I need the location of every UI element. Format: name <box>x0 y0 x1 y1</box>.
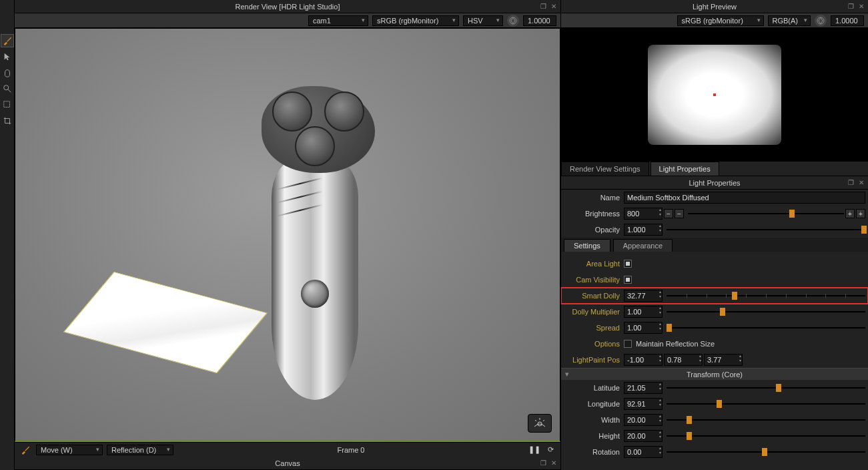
aperture-icon[interactable] <box>507 15 519 27</box>
brightness-input[interactable]: 800 <box>624 208 663 220</box>
canvas-title: Canvas <box>275 459 300 467</box>
chevron-down-icon[interactable]: ▾ <box>565 370 569 379</box>
spread-input[interactable]: 1.00 <box>624 322 663 334</box>
camvis-checkbox[interactable] <box>624 276 632 284</box>
lp-colorspace-dropdown[interactable]: sRGB (rgbMonitor) <box>677 15 764 26</box>
light-preview-toolbar: sRGB (rgbMonitor) RGB(A) 1.0000 <box>561 13 868 28</box>
light-properties-panel: Name Brightness 800 − − + + Opacity 1.00… <box>561 190 868 470</box>
colorspace-dropdown[interactable]: sRGB (rgbMonitor) <box>372 15 459 26</box>
panel-tabs: Render View Settings Light Properties <box>561 162 868 176</box>
label-options: Options <box>564 340 624 348</box>
transform-section-header[interactable]: ▾ Transform (Core) <box>561 368 868 380</box>
row-arealight: Area Light <box>561 256 868 272</box>
render-view-header: Render View [HDR Light Studio] ❐ ✕ <box>15 0 560 13</box>
row-lightpaint: LightPaint Pos -1.00 0.78 3.77 <box>561 352 868 368</box>
light-gizmo[interactable] <box>82 242 269 403</box>
light-preview-header: Light Preview ❐ ✕ <box>561 0 868 13</box>
subtab-settings[interactable]: Settings <box>564 239 610 252</box>
pan-tool-icon[interactable] <box>1 66 14 79</box>
aperture-icon[interactable] <box>815 15 827 27</box>
label-name: Name <box>564 194 624 202</box>
sun-toggle-icon[interactable] <box>528 414 552 433</box>
pause-icon[interactable]: ❚❚ <box>528 444 540 456</box>
longitude-slider[interactable] <box>667 399 865 409</box>
row-dollymult: Dolly Multiplier 1.00 <box>561 304 868 320</box>
zoom-tool-icon[interactable] <box>1 82 14 95</box>
tool-dropdown[interactable]: Move (W) <box>36 445 103 455</box>
scene-object-shaver <box>255 86 382 400</box>
frame-label: Frame 0 <box>177 446 524 454</box>
rotation-slider[interactable] <box>667 447 865 457</box>
brightness-slider[interactable] <box>688 209 844 218</box>
select-tool-icon[interactable] <box>1 50 14 63</box>
latitude-input[interactable]: 21.05 <box>624 382 663 394</box>
label-width: Width <box>564 416 624 424</box>
crop-tool-icon[interactable] <box>1 114 14 128</box>
spread-slider[interactable] <box>667 323 865 332</box>
lpp-y-input[interactable]: 0.78 <box>664 354 703 366</box>
smartdolly-input[interactable]: 32.77 <box>624 290 663 302</box>
row-options: Options Maintain Reflection Size <box>561 336 868 352</box>
restore-icon[interactable]: ❐ <box>847 3 855 11</box>
longitude-input[interactable]: 92.91 <box>624 398 663 410</box>
subtab-appearance[interactable]: Appearance <box>613 239 673 252</box>
render-viewport[interactable] <box>15 28 560 442</box>
render-view-title: Render View [HDR Light Studio] <box>236 3 340 11</box>
latitude-slider[interactable] <box>667 383 865 393</box>
label-longitude: Longitude <box>564 400 624 408</box>
lp-channel-dropdown[interactable]: RGB(A) <box>768 15 811 26</box>
render-view-column: Render View [HDR Light Studio] ❐ ✕ cam1 … <box>15 0 561 470</box>
label-arealight: Area Light <box>564 260 624 268</box>
dollymult-input[interactable]: 1.00 <box>624 306 663 318</box>
region-tool-icon[interactable] <box>1 98 14 111</box>
svg-line-1 <box>7 89 10 92</box>
refresh-icon[interactable]: ⟳ <box>544 444 556 456</box>
lpp-z-input[interactable]: 3.77 <box>704 354 743 366</box>
row-brightness: Brightness 800 − − + + <box>561 206 868 222</box>
close-icon[interactable]: ✕ <box>857 179 865 187</box>
opacity-slider[interactable] <box>667 225 865 234</box>
brush-status-icon[interactable] <box>19 443 32 457</box>
colormodel-dropdown[interactable]: HSV <box>463 15 503 26</box>
camera-dropdown[interactable]: cam1 <box>308 15 368 26</box>
restore-icon[interactable]: ❐ <box>539 3 547 11</box>
width-slider[interactable] <box>667 415 865 425</box>
row-spread: Spread 1.00 <box>561 320 868 336</box>
opacity-input[interactable]: 1.000 <box>624 224 663 236</box>
row-height: Height 20.00 <box>561 428 868 444</box>
maintain-refl-label: Maintain Reflection Size <box>636 340 715 348</box>
height-slider[interactable] <box>667 431 865 441</box>
row-opacity: Opacity 1.000 <box>561 222 868 238</box>
brush-tool-icon[interactable] <box>1 34 14 47</box>
row-latitude: Latitude 21.05 <box>561 380 868 396</box>
tab-light-properties[interactable]: Light Properties <box>650 162 719 176</box>
light-props-header: Light Properties ❐ ✕ <box>561 176 868 190</box>
tab-render-settings[interactable]: Render View Settings <box>561 162 649 176</box>
restore-icon[interactable]: ❐ <box>539 459 547 467</box>
lpp-x-input[interactable]: -1.00 <box>624 354 663 366</box>
close-icon[interactable]: ✕ <box>857 3 865 11</box>
lp-exposure-input[interactable]: 1.0000 <box>831 15 864 26</box>
height-input[interactable]: 20.00 <box>624 430 663 442</box>
svg-line-6 <box>535 420 536 421</box>
close-icon[interactable]: ✕ <box>550 3 558 11</box>
smartdolly-slider[interactable] <box>667 291 865 300</box>
rotation-input[interactable]: 0.00 <box>624 446 663 458</box>
restore-icon[interactable]: ❐ <box>847 179 855 187</box>
width-input[interactable]: 20.00 <box>624 414 663 426</box>
svg-rect-2 <box>3 101 9 107</box>
svg-line-7 <box>543 420 544 421</box>
brightness-plus2-button[interactable]: + <box>856 209 865 218</box>
mode-dropdown[interactable]: Reflection (D) <box>107 445 173 455</box>
brightness-plus-button[interactable]: + <box>845 209 855 218</box>
brightness-half-button[interactable]: − <box>664 209 673 218</box>
arealight-checkbox[interactable] <box>624 260 632 268</box>
name-input[interactable] <box>624 192 865 204</box>
exposure-input[interactable]: 1.0000 <box>523 15 556 26</box>
light-preview-viewport[interactable] <box>561 28 868 162</box>
maintain-refl-checkbox[interactable] <box>624 340 632 348</box>
brightness-double-button[interactable]: − <box>675 209 684 218</box>
close-icon[interactable]: ✕ <box>550 459 558 467</box>
dollymult-slider[interactable] <box>667 307 865 316</box>
row-camvis: Cam Visibility <box>561 272 868 288</box>
